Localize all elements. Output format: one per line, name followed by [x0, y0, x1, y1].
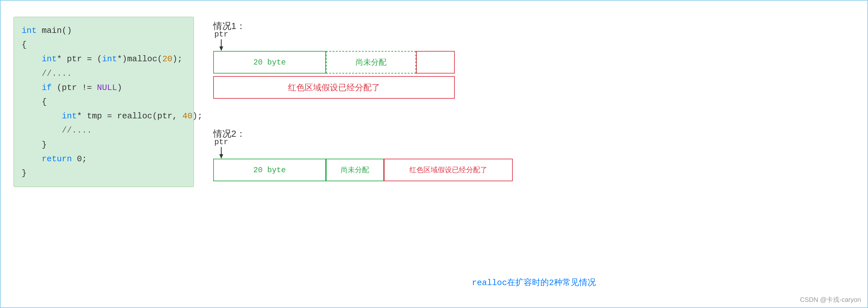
- main-container: int main() { int* ptr = (int*)malloc(20)…: [1, 1, 867, 307]
- scenario1-cell-20byte: 20 byte: [213, 51, 326, 74]
- code-line-4: //....: [22, 66, 186, 81]
- scenario1-ptr-row: ptr: [213, 35, 855, 51]
- code-line-1: int main(): [22, 24, 186, 38]
- scenario1-memory-row: 20 byte 尚未分配: [213, 51, 855, 74]
- code-line-8: //....: [22, 123, 186, 137]
- scenario1-label: 情况1：: [213, 20, 855, 32]
- code-line-10: return 0;: [22, 152, 186, 166]
- scenario1-red-area: 红色区域假设已经分配了: [213, 76, 455, 99]
- svg-marker-1: [219, 47, 223, 51]
- scenario2-ptr-col: ptr: [213, 138, 229, 159]
- caption: realloc在扩容时的2种常见情况: [472, 277, 596, 288]
- code-line-2: {: [22, 38, 186, 52]
- scenario2-ptr-label: ptr: [214, 138, 228, 146]
- scenario1-ptr-label: ptr: [214, 30, 228, 39]
- scenario2-label: 情况2：: [213, 128, 855, 140]
- scenario2-block: 情况2： ptr 20 byte 尚未分配: [213, 128, 855, 184]
- scenario2-memory-row: 20 byte 尚未分配 红色区域假设已经分配了: [213, 159, 855, 181]
- watermark: CSDN @卡戎-caryon: [800, 296, 861, 304]
- scenario2-cell-20byte: 20 byte: [213, 159, 326, 181]
- code-line-11: }: [22, 166, 186, 180]
- svg-marker-3: [219, 154, 223, 159]
- code-line-9: }: [22, 138, 186, 152]
- code-line-6: {: [22, 95, 186, 109]
- code-line-7: int* tmp = realloc(ptr, 40);: [22, 109, 186, 123]
- scenario2-ptr-row: ptr: [213, 143, 855, 159]
- code-line-5: if (ptr != NULL): [22, 81, 186, 95]
- scenario1-cell-unallocated: 尚未分配: [326, 51, 416, 74]
- scenario1-block: 情况1： ptr 20 byte 尚未分配: [213, 20, 855, 99]
- scenario1-arrow-icon: [217, 39, 225, 51]
- code-line-3: int* ptr = (int*)malloc(20);: [22, 52, 186, 66]
- scenario1-cell-red-small: [416, 51, 455, 74]
- scenario1-ptr-col: ptr: [213, 30, 229, 51]
- diagram-section: 情况1： ptr 20 byte 尚未分配: [213, 10, 855, 298]
- scenario2-arrow-icon: [217, 147, 225, 159]
- code-block: int main() { int* ptr = (int*)malloc(20)…: [13, 17, 194, 187]
- scenario2-cell-red-area: 红色区域假设已经分配了: [384, 159, 513, 181]
- scenario2-cell-unallocated: 尚未分配: [326, 159, 384, 181]
